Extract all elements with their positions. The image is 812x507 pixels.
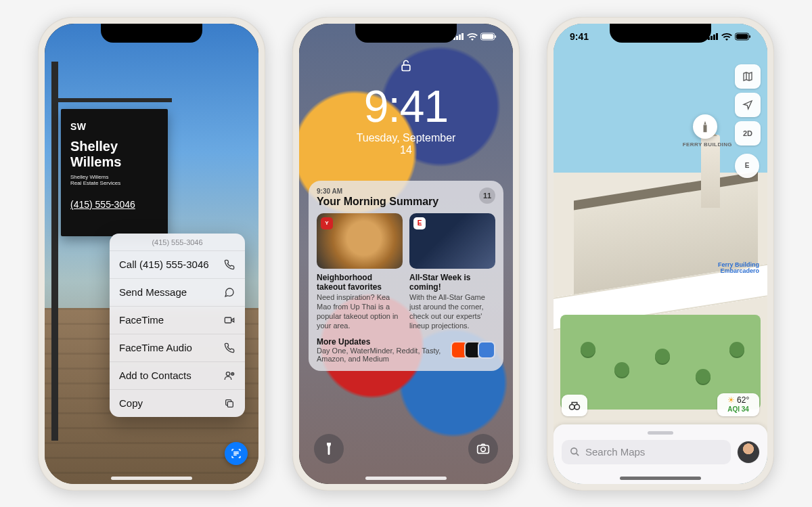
svg-point-13 [481,447,486,451]
live-text-context-menu: (415) 555-3046 Call (415) 555-3046 Send … [110,234,245,417]
phone-maps: FERRY BUILDING Ferry Building Embarcader… [547,17,774,491]
tree-icon [729,342,744,357]
search-sheet[interactable]: Search Maps [554,424,767,484]
svg-rect-3 [227,401,233,407]
svg-rect-16 [713,35,715,40]
view-2d-button[interactable]: 2D [735,121,761,146]
app-icon-stack [455,341,495,359]
svg-point-1 [226,372,229,375]
espn-app-icon: E [413,217,426,229]
search-input[interactable]: Search Maps [562,440,731,464]
summary-item[interactable]: E All-Star Week is coming! With the All-… [409,213,495,331]
summary-count-badge: 11 [479,188,495,204]
tree-icon [655,349,670,363]
wifi-icon [467,32,478,41]
thumbnail-food: Y [317,213,403,269]
action-label: Add to Contacts [119,370,191,381]
home-indicator[interactable] [620,477,701,480]
action-send-message[interactable]: Send Message [110,279,245,307]
map-pin-ferry-building[interactable] [693,114,717,139]
action-add-to-contacts[interactable]: Add to Contacts [110,362,245,390]
compass-button[interactable]: E [735,154,759,178]
notch [355,24,457,43]
lock-header: 9:41 Tuesday, September 14 [353,58,459,156]
contact-add-icon [223,370,235,382]
status-time: 9:41 [570,31,589,42]
svg-point-23 [571,448,577,454]
phone-live-text: SW Shelley Willems Shelley Willems Real … [38,17,265,491]
realtor-sign: SW Shelley Willems Shelley Willems Real … [61,109,168,236]
svg-rect-17 [716,33,718,40]
action-facetime[interactable]: FaceTime [110,307,245,334]
action-label: Call (415) 555-3046 [119,259,209,270]
sign-phone-number[interactable]: (415) 555-3046 [70,199,158,210]
wifi-icon [721,32,732,41]
notch [101,24,202,43]
more-updates-row[interactable]: More Updates Day One, WaterMinder, Reddi… [317,337,495,363]
svg-rect-20 [749,35,750,38]
svg-rect-9 [482,34,494,39]
home-indicator[interactable] [365,477,447,480]
action-label: Copy [119,397,143,409]
action-label: Send Message [119,286,187,298]
search-icon [570,447,580,457]
yelp-app-icon: Y [321,217,333,229]
action-label: FaceTime [119,314,164,326]
weather-badge[interactable]: ☀ 62° AQI 34 [717,393,759,416]
summary-title: Your Morning Summary [317,196,438,208]
map-mode-button[interactable] [735,64,761,89]
summary-item-body: Need inspiration? Kea Mao from Up Thai i… [317,293,403,330]
notification-summary-card[interactable]: 9:30 AM Your Morning Summary 11 Y Neighb… [309,181,503,372]
notch [610,24,711,43]
look-around-button[interactable] [562,395,587,416]
camera-button[interactable] [468,434,498,464]
sign-name: Shelley Willems [70,139,158,170]
profile-avatar[interactable] [738,441,759,463]
summary-item-body: With the All-Star Game just around the c… [409,293,495,330]
tree-icon [581,342,595,357]
phone-icon [223,342,235,354]
live-text-button[interactable] [225,442,248,465]
unlocked-icon [399,58,413,74]
locate-me-button[interactable] [735,93,761,117]
lock-date: Tuesday, September 14 [353,132,459,156]
thumbnail-sports: E [409,213,495,269]
flashlight-button[interactable] [314,434,344,464]
tree-icon [696,369,710,384]
menu-header-phone: (415) 555-3046 [110,234,245,251]
svg-point-21 [570,404,575,410]
home-indicator[interactable] [111,477,192,480]
svg-rect-0 [225,317,231,323]
sign-monogram: SW [70,121,158,132]
svg-rect-15 [710,36,713,40]
air-quality: AQI 34 [727,405,749,413]
svg-rect-5 [456,36,458,40]
map-controls: 2D E [735,64,761,178]
temperature: ☀ 62° [727,396,750,405]
video-icon [223,314,235,326]
more-updates-apps: Day One, WaterMinder, Reddit, Tasty, Ama… [317,347,449,363]
svg-rect-10 [495,35,496,38]
battery-icon [480,32,497,41]
more-updates-title: More Updates [317,337,449,347]
map-pin-label: FERRY BUILDING [683,141,732,148]
lock-time: 9:41 [353,81,459,132]
action-label: FaceTime Audio [119,342,192,353]
sign-subtitle: Shelley Willems Real Estate Services [70,174,158,187]
svg-rect-19 [736,34,748,39]
action-call[interactable]: Call (415) 555-3046 [110,251,245,279]
summary-item-headline: Neighborhood takeout favorites [317,273,403,292]
tree-icon [614,362,629,377]
copy-icon [223,397,235,410]
message-icon [223,286,235,299]
sheet-grabber[interactable] [648,431,673,435]
transit-station-label[interactable]: Ferry Building Embarcadero [718,262,759,275]
action-copy[interactable]: Copy [110,390,245,417]
svg-point-22 [574,404,580,410]
svg-rect-11 [402,65,410,70]
phone-icon [223,259,235,271]
summary-item[interactable]: Y Neighborhood takeout favorites Need in… [317,213,403,331]
summary-time: 9:30 AM [317,188,438,195]
summary-item-headline: All-Star Week is coming! [409,273,495,292]
action-facetime-audio[interactable]: FaceTime Audio [110,334,245,362]
